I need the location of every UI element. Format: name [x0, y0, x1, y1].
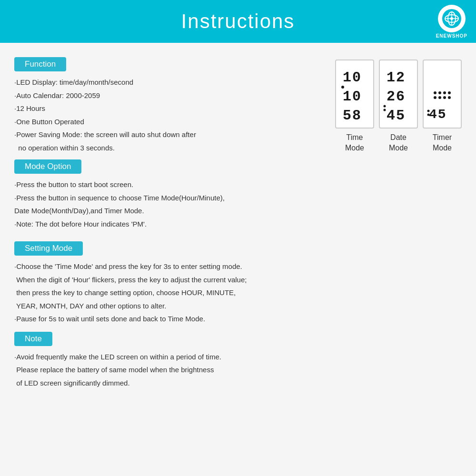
mode-option-badge: Mode Option [14, 159, 81, 174]
svg-point-13 [384, 109, 386, 111]
svg-point-21 [443, 96, 446, 99]
setting-line-5: ·Pause for 5s to wait until sets done an… [14, 313, 462, 325]
svg-text:45: 45 [429, 107, 447, 122]
display-screens: 10 10 58 TimeMode 12 26 [335, 57, 462, 233]
time-mode-display: 10 10 58 TimeMode [335, 60, 374, 154]
note-line-2: Please replace the battery of same model… [14, 364, 462, 376]
function-badge: Function [14, 57, 66, 71]
date-mode-screen: 12 26 45 [379, 60, 418, 129]
setting-mode-text: ·Choose the 'Time Mode' and press the ke… [14, 260, 462, 325]
time-mode-lcd: 10 10 58 [339, 63, 370, 125]
svg-point-16 [438, 91, 441, 94]
note-text: ·Avoid frequently make the LED screen on… [14, 351, 462, 389]
note-line-3: of LED screen significantly dimmed. [14, 377, 462, 389]
svg-text:10: 10 [343, 69, 362, 86]
svg-point-24 [427, 109, 430, 112]
note-badge: Note [14, 332, 52, 346]
function-left: Function ·LED Display: time/day/month/se… [14, 57, 335, 233]
timer-mode-display: 45 TimerMode [423, 60, 462, 154]
function-line-3: ·12 Hours [14, 102, 335, 115]
mode-line-3: Date Mode(Month/Day),and Timer Mode. [14, 205, 335, 217]
svg-text:10: 10 [343, 89, 362, 105]
logo-circle [438, 5, 466, 32]
svg-text:26: 26 [387, 89, 406, 105]
mode-option-text: ·Press the button to start boot screen. … [14, 178, 335, 230]
page-title: Instructions [181, 10, 295, 33]
function-line-4: ·One Button Operated [14, 116, 335, 128]
date-mode-label: DateMode [389, 132, 408, 154]
svg-point-19 [443, 91, 446, 94]
setting-section: Setting Mode ·Choose the 'Time Mode' and… [14, 241, 462, 325]
note-section: Note ·Avoid frequently make the LED scre… [14, 332, 462, 389]
timer-mode-lcd: 45 [426, 63, 458, 125]
svg-point-20 [448, 91, 451, 94]
function-line-6: no operation within 3 seconds. [14, 142, 335, 154]
logo-icon [441, 8, 462, 29]
svg-point-25 [427, 113, 430, 116]
timer-mode-screen: 45 [423, 60, 462, 129]
mode-line-1: ·Press the button to start boot screen. [14, 178, 335, 191]
setting-line-1: ·Choose the 'Time Mode' and press the ke… [14, 260, 462, 273]
function-text: ·LED Display: time/day/month/second ·Aut… [14, 76, 335, 154]
logo-text: ENEWSHOP [436, 33, 467, 39]
svg-point-22 [448, 96, 451, 99]
note-line-1: ·Avoid frequently make the LED screen on… [14, 351, 462, 363]
function-line-2: ·Auto Calendar: 2000-2059 [14, 89, 335, 102]
main-content: Function ·LED Display: time/day/month/se… [0, 43, 476, 476]
function-line-1: ·LED Display: time/day/month/second [14, 76, 335, 89]
svg-point-15 [434, 91, 436, 94]
date-mode-display: 12 26 45 DateMode [379, 60, 418, 154]
time-mode-label: TimeMode [345, 132, 364, 154]
svg-point-18 [438, 96, 441, 99]
svg-point-12 [384, 105, 386, 107]
header: Instructions ENEWSHOP [0, 0, 476, 43]
svg-text:58: 58 [343, 108, 362, 124]
logo-area: ENEWSHOP [436, 5, 467, 39]
timer-mode-label: TimerMode [433, 132, 452, 154]
setting-line-2: When the digit of 'Hour' flickers, press… [14, 274, 462, 286]
function-section: Function ·LED Display: time/day/month/se… [14, 57, 462, 233]
svg-text:45: 45 [387, 108, 406, 124]
mode-line-2: ·Press the button in sequence to choose … [14, 192, 335, 204]
function-line-5: ·Power Saving Mode: the screen will auto… [14, 129, 335, 141]
svg-text:12: 12 [387, 69, 406, 86]
time-mode-screen: 10 10 58 [335, 60, 374, 129]
mode-line-4: ·Note: The dot before Hour indicates 'PM… [14, 218, 335, 230]
date-mode-lcd: 12 26 45 [383, 63, 414, 125]
setting-mode-badge: Setting Mode [14, 241, 83, 256]
setting-line-3: then press the key to change setting opt… [14, 287, 462, 299]
setting-line-4: YEAR, MONTH, DAY and other options to al… [14, 300, 462, 312]
svg-point-17 [434, 96, 436, 99]
